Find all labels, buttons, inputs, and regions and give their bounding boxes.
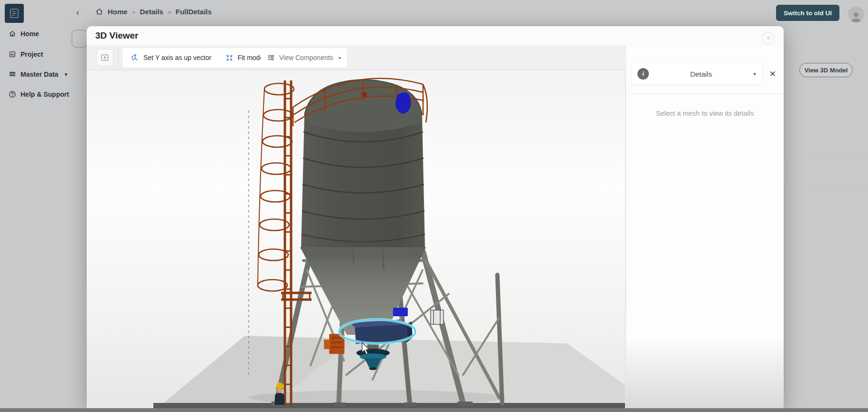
breadcrumb-item-details[interactable]: Details <box>140 8 163 16</box>
sidebar-item-label: Home <box>20 30 39 38</box>
empty-state-message: Select a mesh to view its details <box>626 110 784 117</box>
pop-out-window-button[interactable] <box>96 49 113 66</box>
components-table-icon <box>267 53 275 62</box>
home-icon <box>9 30 16 38</box>
partially-hidden-button <box>71 30 88 48</box>
details-selector[interactable]: i Details ▾ <box>632 63 762 84</box>
home-icon <box>95 8 103 16</box>
details-panel-close-button[interactable]: ✕ <box>769 70 776 78</box>
breadcrumb-back-chevron[interactable]: ‹ <box>76 7 79 18</box>
breadcrumb-separator: » <box>132 8 136 16</box>
breadcrumb: Home » Details » FullDetails <box>95 8 212 16</box>
user-avatar[interactable] <box>848 6 864 22</box>
y-axis-up-icon <box>131 53 140 62</box>
breadcrumb-item-home[interactable]: Home <box>108 8 128 16</box>
help-icon <box>9 90 16 98</box>
background-card-edge <box>787 159 868 185</box>
ground-plane <box>153 336 626 408</box>
chevron-down-icon: ▾ <box>338 55 341 60</box>
breadcrumb-separator: » <box>168 8 172 16</box>
view-3d-model-button[interactable]: View 3D Model <box>799 63 853 77</box>
modal-close-button[interactable]: ✕ <box>762 32 775 44</box>
page-bottom-edge <box>0 408 868 412</box>
blue-marker-component[interactable] <box>393 308 408 316</box>
silo-3d-scene <box>87 70 626 408</box>
sidebar-item-help-support[interactable]: Help & Support <box>9 90 69 98</box>
panel-divider <box>626 94 784 94</box>
details-panel: i Details ▾ ✕ Select a mesh to view its … <box>626 45 784 408</box>
window-export-icon <box>100 53 110 62</box>
3d-viewer-modal: 3D Viewer ✕ Set <box>87 26 784 408</box>
info-icon: i <box>637 68 649 80</box>
details-panel-title: Details <box>649 70 753 78</box>
sidebar: Home Project Master Data ▼ Help & Suppor… <box>0 25 68 408</box>
sidebar-item-home[interactable]: Home <box>9 30 39 38</box>
3d-viewport[interactable] <box>87 70 626 408</box>
modal-title: 3D Viewer <box>95 30 138 41</box>
set-y-axis-label: Set Y axis as up vector <box>143 54 212 61</box>
details-panel-header: i Details ▾ ✕ <box>626 45 784 84</box>
close-icon: ✕ <box>766 35 771 41</box>
breadcrumb-item-fulldetails[interactable]: FullDetails <box>175 8 212 16</box>
switch-to-old-ui-button[interactable]: Switch to old UI <box>776 5 839 21</box>
app-root: ‹ Home » Details » FullDetails Switch to… <box>0 0 868 412</box>
sidebar-item-project[interactable]: Project <box>9 50 43 58</box>
view-components-label: View Components <box>279 54 333 61</box>
master-data-list-icon <box>9 70 16 78</box>
sidebar-item-master-data[interactable]: Master Data ▼ <box>9 70 68 78</box>
sidebar-item-label: Master Data <box>20 70 58 78</box>
toolbar-divider <box>118 47 119 68</box>
top-bar: ‹ Home » Details » FullDetails Switch to… <box>0 0 868 25</box>
viewer-toolbar: Set Y axis as up vector Fit model to win… <box>87 45 626 70</box>
close-icon: ✕ <box>769 70 776 79</box>
fit-to-window-icon <box>225 53 234 62</box>
view-components-dropdown[interactable]: View Components ▾ <box>261 48 347 67</box>
app-logo[interactable] <box>5 4 24 23</box>
set-y-axis-button[interactable]: Set Y axis as up vector <box>131 53 212 62</box>
chevron-down-icon: ▼ <box>63 72 68 77</box>
sidebar-item-label: Project <box>20 50 43 58</box>
chevron-down-icon: ▾ <box>753 71 756 77</box>
project-chart-icon <box>9 50 16 58</box>
logo-glyph-icon <box>9 8 20 19</box>
person-icon <box>850 11 862 22</box>
sidebar-item-label: Help & Support <box>20 90 69 98</box>
